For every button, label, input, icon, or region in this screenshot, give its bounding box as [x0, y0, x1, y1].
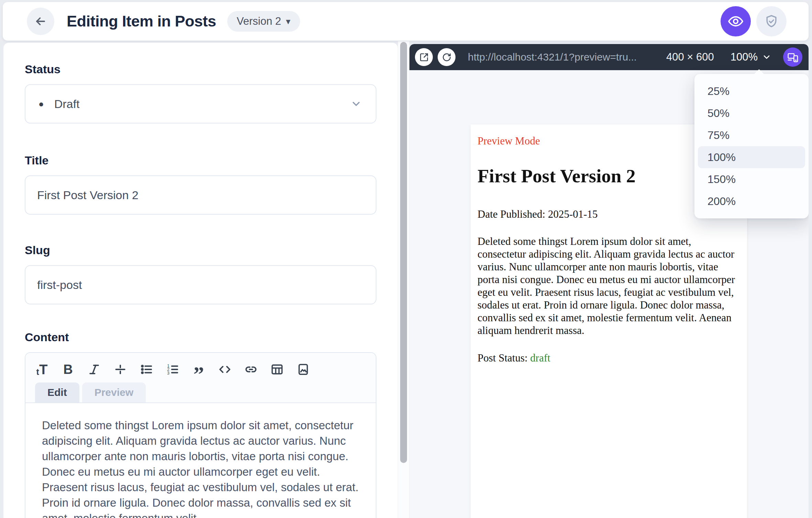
preview-body-text: Deleted some thingst Lorem ipsum dolor s… [478, 235, 739, 337]
status-label: Status [25, 63, 398, 76]
link-icon [244, 363, 258, 376]
preview-toolbar: http://localhost:4321/1?preview=tru... 4… [409, 44, 809, 70]
preview-panel: http://localhost:4321/1?preview=tru... 4… [409, 44, 809, 518]
scrollbar-track[interactable] [398, 41, 409, 518]
refresh-button[interactable] [438, 48, 456, 66]
zoom-option-100[interactable]: 100% [698, 146, 805, 168]
editor-toolbar: tT B [25, 353, 376, 403]
text-size-button[interactable]: tT [35, 362, 49, 377]
code-icon [218, 363, 232, 376]
zoom-option-75[interactable]: 75% [694, 124, 809, 146]
code-button[interactable] [218, 362, 232, 377]
responsive-devices-icon [787, 52, 798, 63]
chevron-down-icon [350, 98, 362, 110]
open-in-new-window-button[interactable] [415, 48, 433, 66]
link-button[interactable] [244, 362, 258, 377]
bullet-list-button[interactable] [140, 362, 153, 377]
strikethrough-button[interactable] [113, 362, 127, 377]
image-button[interactable] [296, 362, 310, 377]
page-title: Editing Item in Posts [67, 12, 216, 30]
version-label: Version 2 [237, 15, 281, 28]
blockquote-icon: ” [194, 370, 204, 377]
zoom-option-50[interactable]: 50% [694, 102, 809, 124]
ordered-list-button[interactable]: 123 [166, 362, 179, 377]
italic-button[interactable] [87, 362, 101, 377]
zoom-option-25[interactable]: 25% [694, 80, 809, 102]
slug-input[interactable] [25, 265, 376, 304]
top-header: Editing Item in Posts Version 2 ▾ [3, 2, 809, 41]
validate-button[interactable] [756, 6, 787, 36]
italic-icon [88, 363, 100, 376]
image-icon [297, 363, 310, 376]
svg-text:3: 3 [167, 371, 169, 376]
external-link-icon [419, 53, 429, 62]
device-size-button[interactable] [783, 47, 802, 67]
table-icon [271, 363, 284, 376]
bold-icon: B [63, 362, 73, 377]
chevron-down-icon [762, 52, 771, 62]
back-button[interactable] [27, 8, 54, 35]
zoom-level-button[interactable]: 100% [731, 51, 771, 63]
ordered-list-icon: 123 [166, 363, 179, 376]
tab-edit[interactable]: Edit [35, 382, 79, 402]
status-select[interactable]: ● Draft [25, 84, 376, 123]
editor-tabs: Edit Preview [35, 382, 376, 402]
preview-toggle-button[interactable] [721, 6, 751, 36]
zoom-option-200[interactable]: 200% [694, 190, 809, 212]
content-editor: tT B [25, 352, 376, 518]
title-label: Title [25, 154, 398, 167]
text-size-icon: tT [36, 363, 48, 376]
zoom-level-value: 100% [731, 51, 758, 63]
arrow-left-icon [34, 15, 47, 28]
shield-check-icon [764, 14, 779, 29]
bold-button[interactable]: B [61, 362, 75, 377]
caret-down-icon: ▾ [286, 17, 290, 26]
content-textarea[interactable]: Deleted some thingst Lorem ipsum dolor s… [25, 403, 376, 518]
eye-icon [727, 13, 744, 30]
bullet-list-icon [140, 363, 153, 376]
version-selector[interactable]: Version 2 ▾ [227, 11, 300, 32]
slug-label: Slug [25, 244, 398, 257]
status-dot-icon: ● [39, 99, 44, 108]
strikethrough-icon [114, 363, 127, 376]
refresh-icon [442, 53, 451, 62]
preview-post-status: Post Status: draft [478, 352, 739, 364]
status-value: Draft [54, 97, 80, 111]
title-input[interactable] [25, 175, 376, 215]
edit-form-panel: Status ● Draft Title Slug Content tT B [3, 43, 398, 518]
blockquote-button[interactable]: ” [192, 362, 206, 377]
tab-preview[interactable]: Preview [82, 382, 146, 402]
post-status-label: Post Status: [478, 352, 530, 364]
zoom-dropdown-menu: 25% 50% 75% 100% 150% 200% [694, 74, 809, 218]
preview-url: http://localhost:4321/1?preview=tru... [468, 51, 666, 63]
post-status-value: draft [530, 352, 550, 364]
dropdown-caret [753, 69, 765, 81]
viewport-dimensions: 400 × 600 [666, 51, 714, 63]
table-button[interactable] [270, 362, 284, 377]
zoom-option-150[interactable]: 150% [694, 168, 809, 190]
content-label: Content [25, 331, 398, 344]
scrollbar-thumb[interactable] [400, 42, 407, 463]
